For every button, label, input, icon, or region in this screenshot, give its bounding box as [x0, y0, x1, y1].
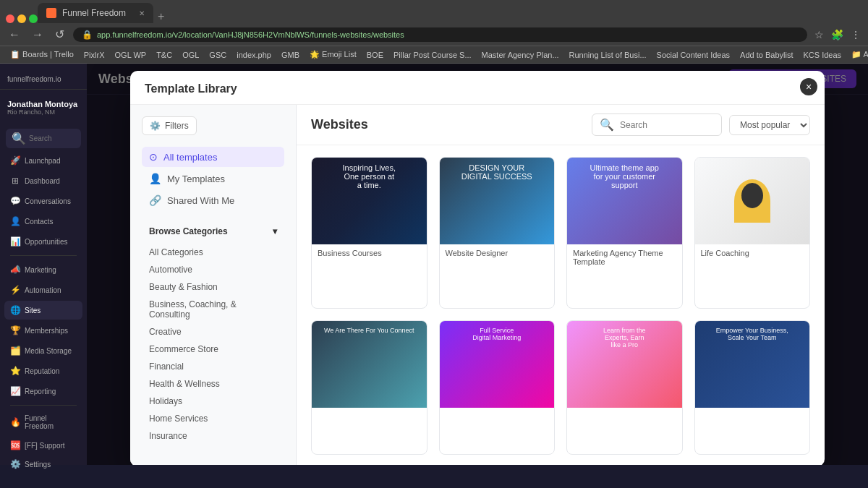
template-card-8[interactable]: Empower Your Business,Scale Your Team	[694, 320, 811, 455]
sidebar-item-launchpad[interactable]: 🚀 Launchpad	[4, 151, 82, 170]
categories-header[interactable]: Browse Categories ▾	[142, 222, 284, 241]
browser-chrome: Funnel Freedom ✕ + ← → ↺ 🔒 app.funnelfre…	[0, 0, 868, 64]
tab-label: Funnel Freedom	[62, 8, 126, 18]
modal-close-btn[interactable]: ×	[800, 78, 817, 95]
my-templates-nav[interactable]: 👤 My Templates	[142, 168, 284, 189]
bookmark-babylist[interactable]: Add to Babylist	[736, 50, 797, 60]
search-input[interactable]	[29, 134, 72, 142]
shared-icon: 🔗	[149, 194, 161, 206]
bookmark-boards[interactable]: 📋 Boards | Trello	[6, 49, 78, 60]
tab-close-btn[interactable]: ✕	[139, 9, 145, 17]
filter-row: ⚙️ Filters	[142, 116, 284, 135]
back-btn[interactable]: ←	[6, 27, 23, 43]
bookmarks-bar: 📋 Boards | Trello PixlrX OGL WP T&C OGL …	[0, 46, 868, 64]
bookmark-pixlr[interactable]: PixlrX	[80, 50, 109, 60]
sidebar-item-reporting[interactable]: 📈 Reporting	[4, 382, 82, 401]
category-health-wellness[interactable]: Health & Wellness	[142, 375, 284, 393]
sort-select[interactable]: Most popular Newest Oldest	[729, 115, 810, 135]
category-financial[interactable]: Financial	[142, 358, 284, 375]
bookmark-ogl[interactable]: OGL	[178, 50, 203, 60]
search-icon: 🔍	[12, 132, 26, 145]
sidebar-item-media-storage[interactable]: 🗂️ Media Storage	[4, 341, 82, 360]
window-min-btn[interactable]	[17, 14, 26, 23]
opportunities-icon: 📊	[10, 236, 20, 247]
template-card-1[interactable]: Inspiring Lives,One person ata time. Bus…	[311, 157, 427, 309]
extension-icon[interactable]: 🧩	[830, 27, 845, 42]
bookmark-social[interactable]: Social Content Ideas	[652, 50, 735, 60]
sidebar-item-settings[interactable]: ⚙️ Settings	[4, 455, 82, 474]
bookmark-running[interactable]: Running List of Busi...	[565, 50, 651, 60]
bookmark-emoji[interactable]: 🌟 Emoji List	[305, 49, 361, 60]
bookmark-pillar[interactable]: Pillar Post Course S...	[389, 50, 476, 60]
template-name-7	[567, 408, 682, 416]
category-creative[interactable]: Creative	[142, 323, 284, 341]
template-card-5[interactable]: We Are There For You Connect	[311, 320, 427, 455]
bookmark-tc[interactable]: T&C	[152, 50, 176, 60]
template-nav-section: ⊙ All templates 👤 My Templates 🔗 Shared …	[142, 147, 284, 210]
sidebar-item-contacts[interactable]: 👤 Contacts	[4, 212, 82, 231]
template-card-4[interactable]: Life Coaching	[694, 157, 811, 309]
ffi-support-icon: 🆘	[10, 440, 20, 450]
sidebar-item-marketing[interactable]: 📣 Marketing	[4, 260, 82, 279]
marketing-icon: 📣	[10, 265, 20, 275]
window-close-btn[interactable]	[6, 14, 14, 23]
template-search-wrap[interactable]: 🔍	[592, 114, 722, 136]
modal-right-header: Websites 🔍 Most popular Newest Oldest	[297, 105, 825, 145]
new-tab-btn[interactable]: +	[153, 10, 169, 23]
category-home-services[interactable]: Home Services	[142, 410, 284, 427]
bookmark-gsc[interactable]: GSC	[205, 50, 231, 60]
bookmark-all[interactable]: 📁 All Bookmarks	[847, 49, 868, 60]
sidebar-item-memberships[interactable]: 🏆 Memberships	[4, 321, 82, 340]
category-insurance[interactable]: Insurance	[142, 427, 284, 445]
sidebar-item-funnel-freedom[interactable]: 🔥 Funnel Freedom	[4, 410, 82, 435]
bookmark-icon[interactable]: ☆	[813, 27, 825, 42]
sidebar-item-opportunities[interactable]: 📊 Opportunities	[4, 232, 82, 251]
bookmark-master[interactable]: Master Agency Plan...	[477, 50, 563, 60]
bookmark-indexphp[interactable]: index.php	[232, 50, 276, 60]
sidebar-item-ffi-support[interactable]: 🆘 [FF] Support	[4, 436, 82, 455]
filters-btn[interactable]: ⚙️ Filters	[142, 116, 197, 135]
template-name-2: Website Designer	[440, 244, 555, 262]
template-card-3[interactable]: Ultimate theme appfor your customersuppo…	[566, 157, 683, 309]
settings-icon[interactable]: ⋮	[849, 27, 862, 42]
template-card-7[interactable]: Learn from theExperts, Earnlike a Pro	[566, 320, 683, 455]
category-beauty-fashion[interactable]: Beauty & Fashion	[142, 278, 284, 296]
modal-overlay: × Template Library ⚙️ Filters	[87, 64, 868, 465]
category-ecommerce[interactable]: Ecommerce Store	[142, 341, 284, 358]
address-bar[interactable]: 🔒 app.funnelfreedom.io/v2/location/VanHJ…	[73, 27, 807, 42]
category-holidays[interactable]: Holidays	[142, 393, 284, 410]
template-img-8: Empower Your Business,Scale Your Team	[695, 321, 810, 408]
bookmark-gmb[interactable]: GMB	[277, 50, 304, 60]
forward-btn[interactable]: →	[29, 27, 46, 43]
sidebar-item-dashboard[interactable]: ⊞ Dashboard	[4, 171, 82, 190]
sidebar-search[interactable]: 🔍	[6, 129, 81, 148]
sidebar-item-automation[interactable]: ⚡ Automation	[4, 281, 82, 299]
sidebar-item-sites[interactable]: 🌐 Sites	[4, 301, 82, 320]
category-automotive[interactable]: Automotive	[142, 261, 284, 278]
chevron-down-icon: ▾	[273, 226, 277, 236]
all-templates-nav[interactable]: ⊙ All templates	[142, 147, 284, 167]
sidebar-item-reputation[interactable]: ⭐ Reputation	[4, 361, 82, 380]
browser-toolbar: ← → ↺ 🔒 app.funnelfreedom.io/v2/location…	[0, 23, 868, 46]
bookmark-boe[interactable]: BOE	[362, 50, 388, 60]
template-img-1: Inspiring Lives,One person ata time.	[312, 158, 427, 244]
template-card-6[interactable]: Full ServiceDigital Marketing	[439, 320, 556, 455]
window-max-btn[interactable]	[29, 14, 38, 23]
template-name-4: Life Coaching	[695, 244, 810, 262]
category-business-coaching[interactable]: Business, Coaching, & Consulting	[142, 296, 284, 323]
sidebar-item-conversations[interactable]: 💬 Conversations	[4, 192, 82, 210]
settings-icon: ⚙️	[10, 459, 20, 469]
shared-with-me-nav[interactable]: 🔗 Shared With Me	[142, 190, 284, 210]
template-search-input[interactable]	[620, 120, 714, 130]
funnel-freedom-icon: 🔥	[10, 417, 20, 427]
template-name-1: Business Courses	[312, 244, 427, 262]
reload-btn[interactable]: ↺	[52, 26, 67, 43]
template-card-2[interactable]: DESIGN YOURDIGITAL SUCCESS Website Desig…	[439, 157, 556, 309]
bookmark-kcs[interactable]: KCS Ideas	[799, 50, 846, 60]
category-all[interactable]: All Categories	[142, 244, 284, 261]
media-storage-icon: 🗂️	[10, 346, 20, 356]
template-img-6: Full ServiceDigital Marketing	[440, 321, 555, 408]
active-tab[interactable]: Funnel Freedom ✕	[38, 3, 153, 23]
template-img-3: Ultimate theme appfor your customersuppo…	[567, 158, 682, 244]
bookmark-oglwp[interactable]: OGL WP	[111, 50, 151, 60]
